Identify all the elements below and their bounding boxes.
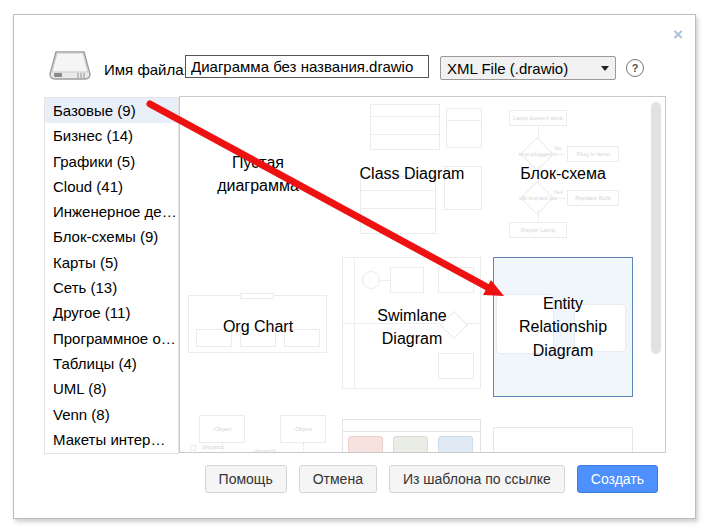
cancel-button[interactable]: Отмена — [299, 465, 377, 493]
filetype-select[interactable]: XML File (.drawio) — [440, 56, 616, 80]
preview-text: dispatch — [250, 446, 280, 453]
sidebar-item-basic[interactable]: Базовые (9) — [45, 98, 178, 123]
disk-drive-icon — [49, 48, 91, 84]
template-flowchart[interactable]: Lamp doesn't work Lamp plugged in? No Pl… — [493, 104, 633, 244]
preview-text: :Object — [199, 415, 245, 443]
template-class-diagram[interactable]: Class Diagram — [342, 104, 482, 244]
sidebar-item-uml[interactable]: UML (8) — [45, 376, 178, 401]
sidebar-item-flowcharts[interactable]: Блок-схемы (9) — [45, 224, 178, 249]
page: × Имя файла: XML File (.drawio) ? Базовы… — [0, 0, 716, 532]
template-label: Entity Relationship Diagram — [494, 292, 632, 362]
preview-text: Plug in lamp — [567, 146, 619, 162]
preview-text: Repair Lamp — [509, 222, 567, 238]
sidebar-item-tables[interactable]: Таблицы (4) — [45, 351, 178, 376]
preview-text: Lamp doesn't work — [509, 110, 567, 126]
template-partial[interactable] — [493, 415, 633, 453]
sidebar-item-cloud[interactable]: Cloud (41) — [45, 174, 178, 199]
scrollbar[interactable] — [649, 97, 663, 452]
from-template-url-button[interactable]: Из шаблона по ссылке — [389, 465, 565, 493]
filetype-selected-value: XML File (.drawio) — [447, 60, 597, 77]
scrollbar-thumb[interactable] — [651, 102, 661, 354]
filename-label: Имя файла: — [104, 61, 188, 78]
mockup-preview — [342, 415, 482, 453]
sidebar-item-charts[interactable]: Графики (5) — [45, 149, 178, 174]
template-org-chart[interactable]: Org Chart — [188, 257, 328, 397]
template-label: Пустая диаграмма — [188, 151, 328, 197]
create-diagram-dialog: × Имя файла: XML File (.drawio) ? Базовы… — [13, 14, 696, 519]
template-blank-diagram[interactable]: Пустая диаграмма — [188, 104, 328, 244]
template-swimlane-diagram[interactable]: Swimlane Diagram — [342, 257, 482, 397]
create-button[interactable]: Создать — [577, 465, 658, 493]
template-area: Пустая диаграмма Class Diagram — [179, 96, 666, 453]
sidebar-item-network[interactable]: Сеть (13) — [45, 275, 178, 300]
close-icon[interactable]: × — [668, 25, 688, 45]
partial-preview — [493, 415, 633, 453]
template-mockup[interactable] — [342, 415, 482, 453]
sequence-preview: :Object :Object dispatch dispatch — [188, 415, 328, 453]
template-label: Блок-схема — [514, 162, 612, 185]
preview-text: dispatch — [198, 442, 228, 452]
template-sequence-diagram[interactable]: :Object :Object dispatch dispatch — [188, 415, 328, 453]
preview-text: Yes — [551, 188, 565, 196]
template-label: Swimlane Diagram — [342, 304, 482, 350]
preview-text: :Object — [280, 415, 326, 443]
dialog-footer: Помощь Отмена Из шаблона по ссылке Созда… — [205, 465, 658, 493]
sidebar-item-mockups[interactable]: Макеты интер… — [45, 427, 178, 452]
help-icon[interactable]: ? — [626, 59, 644, 77]
sidebar-item-maps[interactable]: Карты (5) — [45, 250, 178, 275]
preview-text: No — [551, 144, 565, 152]
sidebar-item-other[interactable]: Другое (11) — [45, 300, 178, 325]
sidebar-item-engineering[interactable]: Инженерное де… — [45, 199, 178, 224]
help-button[interactable]: Помощь — [205, 465, 287, 493]
category-list: Базовые (9) Бизнес (14) Графики (5) Clou… — [44, 97, 179, 454]
sidebar-item-business[interactable]: Бизнес (14) — [45, 123, 178, 148]
template-entity-relationship-diagram[interactable]: Entity Relationship Diagram — [493, 257, 633, 397]
sidebar-item-venn[interactable]: Venn (8) — [45, 402, 178, 427]
template-label: Class Diagram — [354, 162, 471, 185]
sidebar-item-software[interactable]: Программное о… — [45, 326, 178, 351]
dropdown-caret-icon — [601, 66, 609, 71]
template-label: Org Chart — [217, 315, 299, 338]
preview-text: Replace Bulb — [567, 190, 619, 206]
filename-input[interactable] — [185, 55, 429, 78]
